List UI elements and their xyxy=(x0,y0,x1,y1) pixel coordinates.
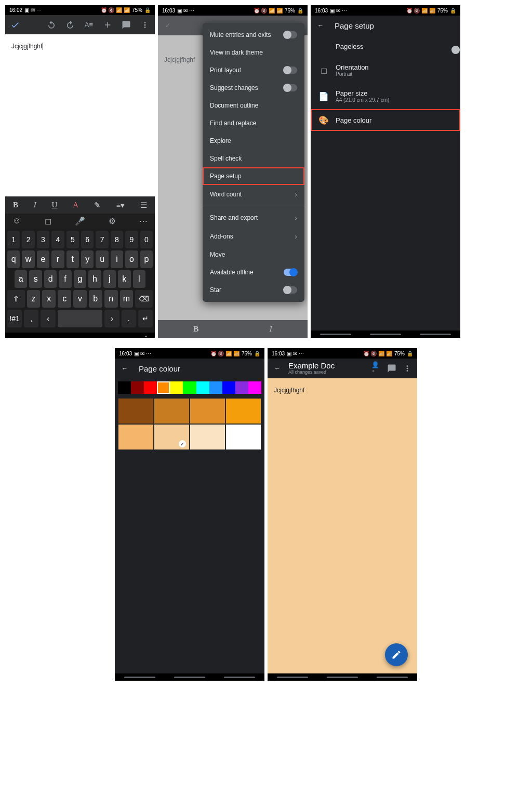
menu-item-print-layout[interactable]: Print layout xyxy=(203,61,304,79)
key-5[interactable]: 5 xyxy=(66,231,79,248)
document-canvas-result[interactable]: Jcjcjgjfhghf xyxy=(268,378,417,673)
emoji-icon[interactable]: ☺ xyxy=(12,216,21,226)
toggle[interactable] xyxy=(284,269,297,276)
base-colour-swatch[interactable] xyxy=(222,381,235,394)
base-colour-swatch[interactable] xyxy=(196,381,209,394)
back-arrow-icon[interactable]: ← xyxy=(316,21,325,30)
key-s[interactable]: s xyxy=(29,270,42,288)
bold-button[interactable]: B xyxy=(13,201,18,209)
shade-swatch[interactable] xyxy=(190,398,225,424)
key-u[interactable]: u xyxy=(96,250,108,268)
pageless-row[interactable]: · Pageless xyxy=(311,35,460,57)
toggle[interactable] xyxy=(284,286,297,294)
align-button[interactable]: ≡▾ xyxy=(116,201,125,210)
text-color-button[interactable]: A xyxy=(73,201,78,209)
menu-item-find-and-replace[interactable]: Find and replace xyxy=(203,114,304,132)
menu-item-suggest-changes[interactable]: Suggest changes xyxy=(203,79,304,97)
edit-fab[interactable] xyxy=(385,643,408,666)
key-3[interactable]: 3 xyxy=(37,231,49,248)
key-2[interactable]: 2 xyxy=(22,231,34,248)
italic-button[interactable]: I xyxy=(34,201,36,209)
key-e[interactable]: e xyxy=(37,250,49,268)
undo-icon[interactable] xyxy=(47,20,56,30)
highlight-button[interactable]: ✎ xyxy=(94,201,101,210)
menu-item-available-offline[interactable]: Available offline xyxy=(203,263,304,281)
right-arrow-key[interactable]: › xyxy=(104,310,119,327)
back-arrow-icon[interactable]: ← xyxy=(120,364,129,373)
key-w[interactable]: w xyxy=(22,250,34,268)
menu-item-star[interactable]: Star xyxy=(203,281,304,299)
base-colour-swatch[interactable] xyxy=(131,381,144,394)
base-colour-swatch[interactable] xyxy=(144,381,157,394)
sticker-icon[interactable]: ◻ xyxy=(45,216,51,226)
base-colour-swatch[interactable] xyxy=(248,381,261,394)
menu-item-share-and-export[interactable]: Share and export› xyxy=(203,208,304,227)
menu-item-page-setup[interactable]: Page setup xyxy=(203,167,304,185)
backspace-key[interactable]: ⌫ xyxy=(135,290,153,308)
mic-icon[interactable]: 🎤 xyxy=(75,216,85,226)
key-r[interactable]: r xyxy=(51,250,64,268)
insert-icon[interactable] xyxy=(103,20,112,30)
shade-swatch[interactable] xyxy=(118,424,154,450)
paper-size-row[interactable]: 📄 Paper size A4 (21.0 cm x 29.7 cm) xyxy=(311,83,460,109)
menu-item-spell-check[interactable]: Spell check xyxy=(203,150,304,167)
key-t[interactable]: t xyxy=(66,250,79,268)
toggle[interactable] xyxy=(284,67,297,74)
enter-key[interactable]: ↵ xyxy=(138,310,153,327)
key-f[interactable]: f xyxy=(59,270,71,288)
menu-item-mute-entries-and-exits[interactable]: Mute entries and exits xyxy=(203,26,304,44)
toggle[interactable] xyxy=(284,31,297,38)
symbols-key[interactable]: !#1 xyxy=(7,310,22,327)
key-l[interactable]: l xyxy=(133,270,145,288)
base-colour-swatch[interactable] xyxy=(209,381,222,394)
orientation-row[interactable]: ◻ Orientation Portrait xyxy=(311,57,460,83)
share-icon[interactable]: 👤⁺ xyxy=(371,364,381,373)
done-check-icon[interactable] xyxy=(10,20,20,30)
shade-swatch[interactable] xyxy=(154,398,190,424)
key-j[interactable]: j xyxy=(103,270,116,288)
more-icon[interactable]: ⋯ xyxy=(139,216,148,226)
key-a[interactable]: a xyxy=(15,270,27,288)
key-d[interactable]: d xyxy=(44,270,57,288)
base-colour-swatch[interactable] xyxy=(157,381,170,394)
key-i[interactable]: i xyxy=(111,250,123,268)
key-9[interactable]: 9 xyxy=(125,231,138,248)
shade-swatch[interactable] xyxy=(225,424,261,450)
key-n[interactable]: n xyxy=(104,290,118,308)
menu-item-add-ons[interactable]: Add-ons› xyxy=(203,227,304,246)
key-x[interactable]: x xyxy=(42,290,56,308)
space-key[interactable] xyxy=(58,310,103,327)
key-c[interactable]: c xyxy=(58,290,71,308)
keyboard-collapse-icon[interactable]: ⌄ xyxy=(143,332,149,338)
base-colour-swatch[interactable] xyxy=(118,381,131,394)
comma-key[interactable]: , xyxy=(24,310,38,327)
key-p[interactable]: p xyxy=(140,250,153,268)
key-m[interactable]: m xyxy=(120,290,134,308)
overflow-menu-icon[interactable] xyxy=(403,364,412,373)
shade-swatch[interactable] xyxy=(225,398,261,424)
key-b[interactable]: b xyxy=(89,290,102,308)
menu-item-explore[interactable]: Explore xyxy=(203,132,304,150)
shade-swatch[interactable] xyxy=(190,424,225,450)
key-g[interactable]: g xyxy=(74,270,86,288)
comment-icon[interactable] xyxy=(122,20,131,30)
list-button[interactable]: ☰ xyxy=(140,201,147,210)
shade-swatch[interactable] xyxy=(154,424,190,450)
menu-item-word-count[interactable]: Word count› xyxy=(203,185,304,204)
key-0[interactable]: 0 xyxy=(140,231,153,248)
key-y[interactable]: y xyxy=(81,250,94,268)
menu-item-move[interactable]: Move xyxy=(203,246,304,263)
key-h[interactable]: h xyxy=(88,270,101,288)
settings-icon[interactable]: ⚙ xyxy=(109,216,116,226)
comment-icon[interactable] xyxy=(387,364,396,373)
text-format-icon[interactable]: A≡ xyxy=(84,20,94,30)
toggle[interactable] xyxy=(284,84,297,91)
key-7[interactable]: 7 xyxy=(96,231,108,248)
key-z[interactable]: z xyxy=(27,290,41,308)
menu-item-document-outline[interactable]: Document outline xyxy=(203,97,304,114)
page-colour-row[interactable]: 🎨 Page colour xyxy=(311,109,460,131)
redo-icon[interactable] xyxy=(65,20,75,30)
key-v[interactable]: v xyxy=(73,290,87,308)
key-k[interactable]: k xyxy=(118,270,130,288)
key-q[interactable]: q xyxy=(7,250,20,268)
